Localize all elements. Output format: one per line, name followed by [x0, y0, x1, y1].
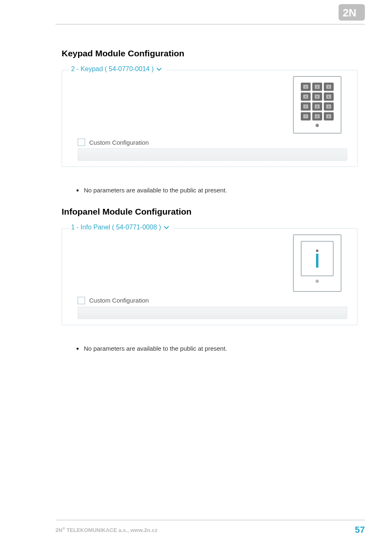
keypad-custom-config-checkbox[interactable] — [78, 139, 85, 146]
keypad-legend-text: 2 - Keypad ( 54-0770-0014 ) — [71, 65, 154, 73]
keypad-device-image: 1 2 3 4 5 6 7 8 9 * 0 # — [293, 76, 341, 134]
infopanel-legend[interactable]: 1 - Info Panel ( 54-0771-0008 ) — [69, 224, 173, 231]
infopanel-custom-config-label: Custom Configuration — [89, 297, 149, 304]
info-icon — [301, 241, 334, 276]
keypad-grid-icon: 1 2 3 4 5 6 7 8 9 * 0 # — [301, 83, 334, 120]
keypad-bullet: No parameters are available to the publi… — [84, 186, 359, 195]
footer-company: 2N® TELEKOMUNIKACE a.s., www.2n.cz — [55, 527, 157, 533]
keypad-config-input — [78, 148, 347, 161]
chevron-down-icon — [156, 66, 162, 72]
page-number: 57 — [355, 525, 365, 535]
camera-dot-icon — [316, 280, 319, 283]
infopanel-custom-config-checkbox[interactable] — [78, 297, 85, 304]
infopanel-config-input — [78, 307, 347, 319]
logo-2n-icon: 2N — [339, 4, 365, 21]
keypad-fieldset: 2 - Keypad ( 54-0770-0014 ) 1 2 3 4 5 6 … — [62, 70, 357, 167]
header-divider — [55, 24, 365, 25]
brand-logo: 2N — [339, 4, 365, 22]
infopanel-bullet: No parameters are available to the publi… — [84, 344, 359, 354]
keypad-legend[interactable]: 2 - Keypad ( 54-0770-0014 ) — [69, 65, 165, 73]
svg-text:2N: 2N — [343, 7, 356, 19]
infopanel-legend-text: 1 - Info Panel ( 54-0771-0008 ) — [71, 224, 161, 231]
infopanel-device-image — [293, 234, 341, 292]
infopanel-heading: Infopanel Module Configuration — [62, 207, 359, 217]
keypad-heading: Keypad Module Configuration — [62, 49, 359, 58]
camera-dot-icon — [316, 124, 319, 127]
keypad-custom-config-label: Custom Configuration — [89, 139, 149, 146]
chevron-down-icon — [164, 224, 169, 230]
infopanel-fieldset: 1 - Info Panel ( 54-0771-0008 ) Custom C… — [62, 228, 357, 325]
